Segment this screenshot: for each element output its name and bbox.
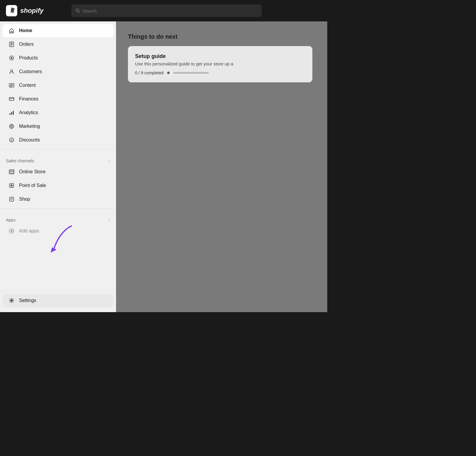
svg-point-34 [11, 300, 12, 301]
svg-rect-30 [10, 197, 14, 201]
svg-rect-14 [9, 98, 14, 100]
sidebar-item-discounts[interactable]: Discounts [2, 133, 114, 147]
discounts-icon [8, 137, 15, 143]
sidebar-item-content-label: Content [19, 83, 36, 88]
svg-point-18 [10, 124, 14, 128]
logo-area: shopify [6, 5, 65, 16]
main-layout: Home Orders Products [0, 21, 327, 312]
svg-point-19 [11, 125, 12, 127]
settings-icon [8, 297, 15, 304]
svg-text:$: $ [11, 185, 12, 187]
sidebar-item-home-label: Home [19, 28, 32, 33]
sidebar-item-finances[interactable]: Finances [2, 92, 114, 106]
sidebar-item-content[interactable]: Content [2, 79, 114, 92]
svg-marker-36 [51, 247, 57, 253]
sidebar-item-customers-label: Customers [19, 69, 42, 74]
setup-guide-card[interactable]: Setup guide Use this personalized guide … [128, 46, 312, 82]
svg-rect-11 [10, 84, 13, 85]
search-input[interactable] [82, 8, 258, 13]
svg-rect-15 [10, 113, 10, 115]
svg-rect-16 [11, 112, 12, 115]
analytics-icon [8, 109, 15, 116]
shopify-logo-text: shopify [20, 7, 43, 15]
svg-rect-4 [10, 43, 13, 43]
sidebar-item-orders[interactable]: Orders [2, 38, 114, 51]
sidebar-item-finances-label: Finances [19, 96, 38, 102]
sidebar-item-analytics-label: Analytics [19, 110, 38, 115]
svg-rect-5 [10, 44, 13, 45]
svg-rect-12 [10, 85, 13, 86]
sidebar-item-products[interactable]: Products [2, 51, 114, 65]
sidebar-item-online-store[interactable]: Online Store [2, 165, 114, 178]
sidebar-item-point-of-sale[interactable]: $ Point of Sale [2, 179, 114, 192]
sidebar-item-products-label: Products [19, 55, 38, 61]
sidebar-item-marketing-label: Marketing [19, 124, 40, 129]
sidebar-item-discounts-label: Discounts [19, 137, 40, 143]
sidebar-item-orders-label: Orders [19, 42, 34, 47]
content-icon [8, 82, 15, 89]
setup-guide-title: Setup guide [135, 53, 305, 59]
svg-rect-13 [10, 86, 12, 87]
shopify-logo-icon [6, 5, 17, 16]
sidebar-item-add-apps-label: Add apps [19, 228, 39, 234]
svg-point-9 [11, 70, 13, 72]
orders-icon [8, 41, 15, 48]
sidebar-item-marketing[interactable]: Marketing [2, 120, 114, 133]
add-apps-icon [8, 228, 15, 234]
settings-section: Settings [0, 291, 116, 310]
sales-channels-expand-icon: › [109, 158, 110, 163]
shop-icon [8, 196, 15, 202]
progress-bar-track [173, 72, 209, 74]
sidebar-item-settings-label: Settings [19, 298, 36, 303]
progress-row: 0 / 9 completed [135, 70, 305, 75]
search-bar[interactable] [71, 4, 262, 17]
apps-title: Apps [6, 218, 15, 222]
sidebar-item-analytics[interactable]: Analytics [2, 106, 114, 119]
products-icon [8, 55, 15, 61]
svg-rect-26 [10, 172, 13, 173]
search-icon [76, 8, 80, 13]
things-to-do-title: Things to do next [128, 33, 315, 40]
content-area: Things to do next Setup guide Use this p… [116, 21, 327, 312]
divider-1 [0, 149, 116, 150]
sidebar-item-home[interactable]: Home [2, 24, 114, 37]
sidebar-item-shop-label: Shop [19, 196, 30, 202]
sales-channels-title: Sales channels [6, 158, 34, 163]
finances-icon [8, 96, 15, 102]
customers-icon [8, 68, 15, 75]
setup-guide-description: Use this personalized guide to get your … [135, 61, 305, 66]
svg-line-2 [79, 11, 80, 12]
sidebar-item-customers[interactable]: Customers [2, 65, 114, 78]
marketing-icon [8, 123, 15, 130]
svg-rect-17 [13, 111, 14, 115]
sidebar: Home Orders Products [0, 21, 116, 312]
sidebar-item-add-apps[interactable]: Add apps [2, 224, 114, 238]
progress-dot [167, 72, 170, 74]
apps-expand-icon: › [109, 218, 110, 222]
sales-channels-section[interactable]: Sales channels › [0, 154, 116, 165]
header: shopify [0, 0, 327, 21]
svg-point-8 [11, 57, 12, 59]
svg-rect-6 [10, 45, 12, 46]
sidebar-item-online-store-label: Online Store [19, 169, 46, 174]
divider-2 [0, 208, 116, 209]
point-of-sale-icon: $ [8, 182, 15, 189]
online-store-icon [8, 169, 15, 175]
sidebar-item-point-of-sale-label: Point of Sale [19, 183, 46, 188]
home-icon [8, 27, 15, 34]
sidebar-item-shop[interactable]: Shop [2, 193, 114, 206]
progress-text: 0 / 9 completed [135, 70, 164, 75]
apps-section[interactable]: Apps › [0, 213, 116, 224]
sidebar-item-settings[interactable]: Settings [2, 294, 114, 307]
